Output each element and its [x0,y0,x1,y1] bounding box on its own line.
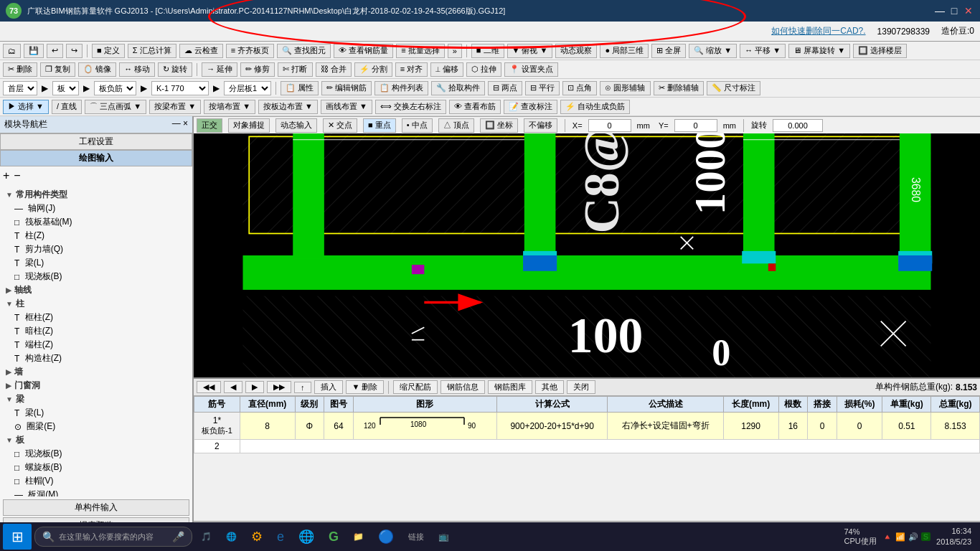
help-link[interactable]: 如何快速删除同一CAD?. [771,25,865,37]
define-button[interactable]: ■ 定义 [92,44,125,58]
swap-lr-btn[interactable]: ⟺ 交换左右标注 [375,100,446,114]
tree-group-board[interactable]: ▼ 板 [3,433,189,447]
nav-next-btn[interactable]: ▶ [245,381,264,393]
taskbar-app-settings[interactable]: ⚙ [245,524,268,550]
up-arrow-icon[interactable]: 🔺 [882,532,892,542]
nav-first-btn[interactable]: ◀◀ [197,381,221,393]
rebar-info-btn[interactable]: 钢筋信息 [440,380,485,394]
key-pt-btn[interactable]: ■ 重点 [363,118,396,133]
nav-prev-btn[interactable]: ◀ [224,381,242,393]
taskbar-app-1[interactable]: 🎵 [195,524,217,550]
taskbar-app-ie[interactable]: e [271,524,290,550]
offset-button[interactable]: ⟂ 偏移 [430,62,463,77]
open-button[interactable]: 🗂 [3,44,21,58]
taskbar-app-folder[interactable]: 📁 [347,524,369,550]
mic-icon[interactable]: 🎤 [172,531,184,542]
rotate-button[interactable]: ↻ 旋转 [158,62,192,77]
section-engineering[interactable]: 工程设置 [0,133,192,150]
taskbar-search[interactable]: 🔍 在这里输入你要搜索的内容 🎤 [34,527,192,547]
split-button[interactable]: ⚡ 分割 [354,62,392,77]
layer-select[interactable]: 分层板1 [224,81,271,95]
tree-item-col-cap[interactable]: □ 柱帽(V) [3,474,189,488]
trim-button[interactable]: ✏ 修剪 [240,62,275,77]
taskbar-app-tv[interactable]: 📺 [433,524,455,550]
arc-btn[interactable]: ⌒ 三点画弧 ▼ [85,100,146,114]
tree-item-beam[interactable]: T 梁(L) [3,256,189,270]
top-pt-btn[interactable]: △ 顶点 [438,118,474,133]
cross-btn[interactable]: ✕ 交点 [323,118,357,133]
set-grip-button[interactable]: 📍 设置夹点 [504,62,558,77]
copy-button[interactable]: ❐ 复制 [40,62,75,77]
line-btn[interactable]: / 直线 [52,100,82,114]
more-button-1[interactable]: » [448,44,462,58]
dyn-input-btn[interactable]: 动态输入 [275,118,317,133]
tree-item-board-hole[interactable]: — 板洞(M) [3,488,189,496]
tree-item-end-col[interactable]: T 端柱(Z) [3,338,189,352]
tree-item-frame-col[interactable]: T 框柱(Z) [3,311,189,324]
delete-row-btn[interactable]: ▼ 删除 [346,380,385,394]
insert-btn[interactable]: 插入 [314,380,343,394]
batch-select-button[interactable]: ≡ 批量选择 [396,44,444,58]
break-button[interactable]: ✄ 打断 [278,62,312,77]
tree-item-ring-beam[interactable]: ⊙ 圈梁(E) [3,420,189,433]
select-btn[interactable]: ▶ 选择 ▼ [3,100,49,114]
calc-button[interactable]: Σ 汇总计算 [128,44,176,58]
redo-button[interactable]: ↪ [66,44,83,58]
floor-select[interactable]: 首层 [3,81,37,95]
find-element-button[interactable]: 🔍 查找图元 [277,44,331,58]
taskbar-link-label[interactable]: 链接 [402,524,430,550]
system-clock[interactable]: 16:34 2018/5/23 [936,526,971,548]
screen-rotate-button[interactable]: 🖥 屏幕旋转 ▼ [788,44,850,58]
by-edge-btn[interactable]: 按板边布置 ▼ [258,100,318,114]
add-tool[interactable]: + [3,169,9,182]
move-button[interactable]: ↔ 移动 [119,62,155,77]
network-icon[interactable]: 📶 [895,532,905,542]
local-3d-button[interactable]: ● 局部三维 [600,44,649,58]
two-point-button[interactable]: ⊟ 两点 [488,81,522,95]
maximize-button[interactable]: □ [948,5,960,17]
nav-last-btn[interactable]: ▶▶ [267,381,291,393]
tree-item-column[interactable]: T 柱(Z) [3,229,189,242]
section-drawing[interactable]: 绘图输入 [0,150,192,166]
zoom-button[interactable]: 🔍 缩放 ▼ [689,44,737,58]
tree-item-raft[interactable]: □ 筏板基础(M) [3,215,189,229]
window-controls[interactable]: — □ ✕ [934,5,974,17]
tree-group-common[interactable]: ▼ 常用构件类型 [3,188,189,202]
tree-group-wall[interactable]: ▶ 墙 [3,365,189,379]
nav-panel-controls[interactable]: — × [172,118,188,131]
fullscreen-button[interactable]: ⊞ 全屏 [651,44,686,58]
minimize-button[interactable]: — [934,5,946,17]
auto-neg-rebar-btn[interactable]: ⚡ 自动生成负筋 [560,100,630,114]
x-input[interactable] [588,119,631,132]
snap-btn[interactable]: 对象捕捉 [228,118,270,133]
tree-item-cast-board[interactable]: □ 现浇板(B) [3,447,189,461]
tree-item-axis[interactable]: — 轴网(J) [3,202,189,215]
2d-button[interactable]: ■ 二维 [471,44,504,58]
rotate-input[interactable] [773,119,823,132]
taskbar-app-globe[interactable]: 🌐 [293,524,320,550]
rebar-type-select[interactable]: 板负筋 [94,81,136,95]
dynamic-obs-button[interactable]: 动态观察 [555,44,597,58]
view-dropdown[interactable]: ▼ 俯视 ▼ [507,44,553,58]
circle-axis-button[interactable]: ⊙ 圆形辅轴 [600,81,650,95]
tree-group-column[interactable]: ▼ 柱 [3,297,189,311]
tree-item-castboard[interactable]: □ 现浇板(B) [3,270,189,283]
view-rebar-dist-btn[interactable]: 👁 查看布筋 [449,100,501,114]
dim-button[interactable]: 📏 尺寸标注 [707,81,760,95]
by-beam-btn[interactable]: 按梁布置 ▼ [149,100,201,114]
delete-button[interactable]: ✂ 删除 [3,62,37,77]
stretch-button[interactable]: ⬡ 拉伸 [466,62,501,77]
align-button[interactable]: ≡ 对齐 [395,62,428,77]
extend-button[interactable]: → 延伸 [202,62,237,77]
single-elem-btn[interactable]: 单构件输入 [3,499,189,516]
taskbar-app-blue[interactable]: 🔵 [372,524,400,550]
ortho-btn[interactable]: 正交 [197,118,222,133]
align-board-button[interactable]: ≡ 齐齐板页 [226,44,274,58]
parallel-button[interactable]: ⊟ 平行 [525,81,560,95]
property-button[interactable]: 📋 属性 [281,81,319,95]
cad-canvas-area[interactable]: C8@200 1000 100 0 3680 [194,133,980,377]
element-list-button[interactable]: 📋 构件列表 [374,81,428,95]
cloud-check-button[interactable]: ☁ 云检查 [179,44,223,58]
select-floor-button[interactable]: 🔲 选择楼层 [853,44,907,58]
taskbar-app-edge[interactable]: 🌐 [220,524,242,550]
